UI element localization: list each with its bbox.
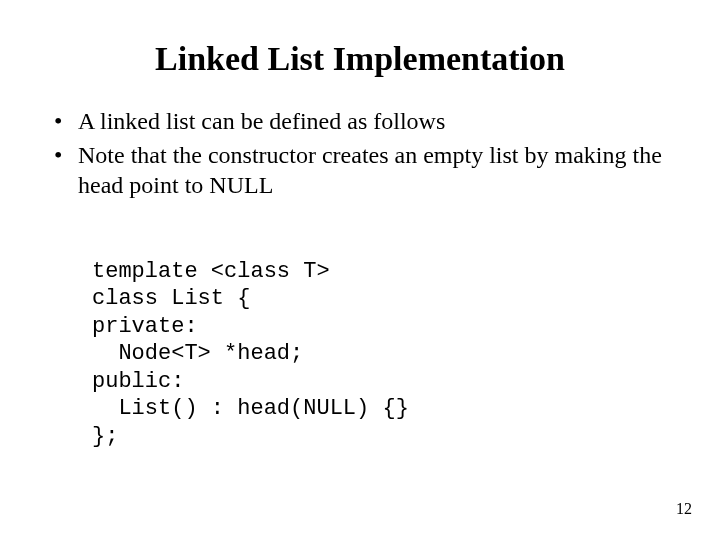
code-line: private: xyxy=(92,314,198,339)
bullet-item: A linked list can be defined as follows xyxy=(54,106,672,136)
code-line: public: xyxy=(92,369,184,394)
code-line: class List { xyxy=(92,286,250,311)
bullet-list: A linked list can be defined as follows … xyxy=(48,106,672,200)
slide: Linked List Implementation A linked list… xyxy=(0,0,720,540)
code-line: }; xyxy=(92,424,118,449)
code-line: List() : head(NULL) {} xyxy=(92,396,409,421)
code-line: template <class T> xyxy=(92,259,330,284)
slide-title: Linked List Implementation xyxy=(48,40,672,78)
bullet-item: Note that the constructor creates an emp… xyxy=(54,140,672,200)
code-block: template <class T> class List { private:… xyxy=(92,230,672,450)
page-number: 12 xyxy=(676,500,692,518)
code-line: Node<T> *head; xyxy=(92,341,303,366)
